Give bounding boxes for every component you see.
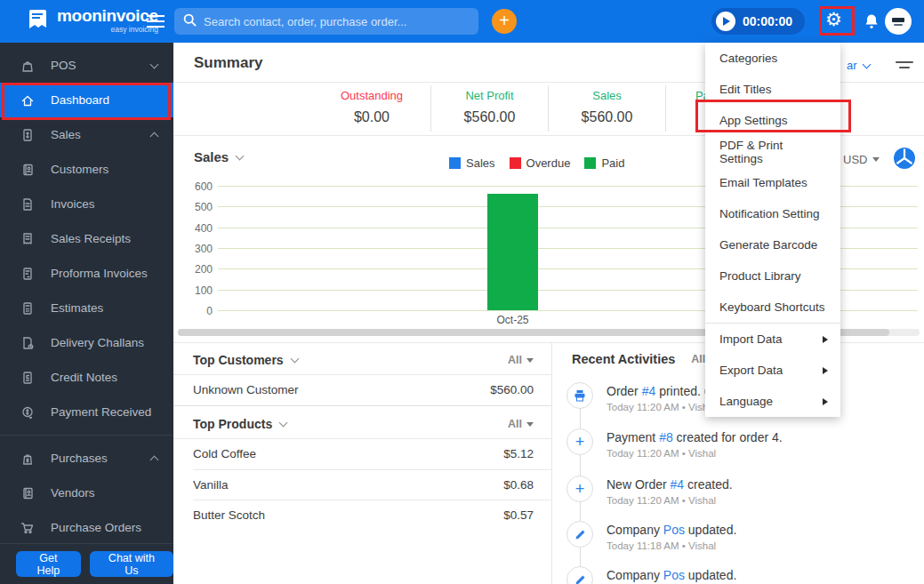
sidebar-item-label: Payment Received bbox=[51, 405, 157, 419]
menu-item-import-data[interactable]: Import Data bbox=[705, 324, 840, 355]
sidebar-item-payment-received[interactable]: Payment Received bbox=[0, 395, 173, 429]
currency-selector[interactable]: USD bbox=[843, 153, 880, 166]
sidebar-item-pos[interactable]: POS bbox=[0, 48, 173, 83]
product-amount: $5.12 bbox=[503, 447, 534, 460]
sidebar-item-label: Vendors bbox=[51, 486, 157, 500]
legend-item-sales: Sales bbox=[449, 156, 495, 170]
activity-link[interactable]: #4 bbox=[671, 477, 685, 492]
sidebar-item-delivery-challans[interactable]: Delivery Challans bbox=[0, 325, 173, 360]
activity-link[interactable]: Pos bbox=[663, 568, 685, 582]
printer-icon bbox=[566, 382, 593, 409]
search-input[interactable] bbox=[204, 15, 470, 28]
top-customers-filter[interactable]: All bbox=[508, 354, 534, 366]
settings-dropdown-menu: Categories Edit Titles App Settings PDF … bbox=[705, 43, 840, 417]
sidebar-item-vendors[interactable]: Vendors bbox=[0, 476, 173, 510]
chevron-down-icon bbox=[236, 151, 245, 160]
sidebar-item-invoices[interactable]: Invoices bbox=[0, 187, 173, 221]
gear-icon[interactable]: ⚙ bbox=[825, 10, 842, 28]
menu-item-generate-barcode[interactable]: Generate Barcode bbox=[705, 229, 840, 260]
sidebar-item-sales-receipts[interactable]: Sales Receipts bbox=[0, 221, 173, 256]
menu-item-label: Email Templates bbox=[719, 176, 807, 189]
sidebar-item-customers[interactable]: Customers bbox=[0, 152, 173, 187]
sidebar-item-sales[interactable]: Sales bbox=[0, 117, 173, 152]
menu-item-notification-setting[interactable]: Notification Setting bbox=[705, 198, 840, 229]
legend-label: Overdue bbox=[526, 156, 571, 170]
activity-item[interactable]: Company Pos updated. Today 11:18 AM • Vi… bbox=[566, 521, 736, 551]
brand-tagline: easy invoicing bbox=[57, 26, 158, 34]
brand-name: mooninvoice bbox=[57, 7, 158, 24]
search-bar[interactable] bbox=[174, 8, 478, 35]
get-help-button[interactable]: Get Help bbox=[16, 551, 81, 577]
sidebar-item-label: Dashboard bbox=[51, 93, 157, 107]
menu-item-export-data[interactable]: Export Data bbox=[705, 355, 840, 386]
sidebar-item-purchase-orders[interactable]: Purchase Orders bbox=[0, 510, 173, 545]
hamburger-menu-icon[interactable] bbox=[147, 15, 165, 28]
divider bbox=[173, 374, 551, 375]
menu-item-email-templates[interactable]: Email Templates bbox=[705, 167, 840, 198]
period-selector[interactable]: ar bbox=[847, 59, 870, 72]
menu-item-pdf-print-settings[interactable]: PDF & Print Settings bbox=[705, 136, 840, 167]
sidebar-item-label: Purchases bbox=[51, 452, 136, 465]
sidebar-item-proforma-invoices[interactable]: Proforma Invoices bbox=[0, 256, 173, 291]
chevron-up-icon bbox=[150, 456, 159, 465]
y-tick-label: 300 bbox=[179, 243, 213, 255]
sidebar-footer: Get Help Chat with Us bbox=[0, 543, 173, 584]
brand[interactable]: mooninvoice easy invoicing bbox=[27, 6, 158, 35]
top-products-filter[interactable]: All bbox=[508, 418, 534, 430]
activity-link[interactable]: Pos bbox=[663, 523, 685, 537]
y-tick-label: 200 bbox=[179, 263, 213, 276]
chat-with-us-button[interactable]: Chat with Us bbox=[90, 551, 173, 577]
chart-title-dropdown[interactable]: Sales bbox=[194, 149, 243, 164]
activity-item[interactable]: New Order #4 created. Today 11:20 AM • V… bbox=[566, 476, 733, 506]
submenu-arrow-icon bbox=[823, 336, 828, 343]
x-tick-label: Oct-25 bbox=[487, 314, 538, 326]
play-icon[interactable] bbox=[716, 12, 735, 31]
sidebar-item-dashboard[interactable]: Dashboard bbox=[0, 83, 173, 117]
add-new-button[interactable]: + bbox=[492, 9, 517, 34]
section-title: Top Products bbox=[193, 417, 272, 431]
sidebar-item-estimates[interactable]: Estimates bbox=[0, 291, 173, 325]
activity-item[interactable]: Company Pos updated. bbox=[566, 566, 736, 584]
section-title: Top Customers bbox=[193, 353, 284, 367]
menu-item-edit-titles[interactable]: Edit Titles bbox=[705, 74, 840, 105]
product-row[interactable]: Vanilla $0.68 bbox=[193, 478, 534, 492]
chevron-down-icon bbox=[150, 60, 159, 68]
sidebar-item-credit-notes[interactable]: Credit Notes bbox=[0, 360, 173, 395]
menu-item-keyboard-shortcuts[interactable]: Keyboard Shortcuts bbox=[705, 292, 840, 323]
customer-row[interactable]: Unknown Customer $560.00 bbox=[193, 383, 534, 396]
pie-chart-icon[interactable] bbox=[893, 147, 916, 173]
activity-text: Order #4 printed. bbox=[607, 382, 716, 398]
activity-link[interactable]: #8 bbox=[659, 430, 673, 444]
customer-name: Unknown Customer bbox=[193, 383, 299, 396]
activity-text: New Order #4 created. bbox=[607, 476, 733, 492]
sidebar-item-label: Estimates bbox=[51, 301, 157, 315]
menu-item-language[interactable]: Language bbox=[705, 386, 840, 417]
activity-item[interactable]: Order #4 printed. Today 11:20 AM • Visha… bbox=[566, 382, 716, 412]
menu-item-label: PDF & Print Settings bbox=[719, 139, 828, 165]
legend-swatch-sales bbox=[449, 157, 461, 169]
menu-item-categories[interactable]: Categories bbox=[705, 43, 840, 74]
product-row[interactable]: Cold Coffee $5.12 bbox=[193, 447, 534, 460]
activity-item[interactable]: Payment #8 created for order 4. Today 11… bbox=[566, 428, 783, 459]
product-row[interactable]: Butter Scotch $0.57 bbox=[193, 508, 534, 522]
chevron-down-icon bbox=[872, 157, 880, 162]
y-tick-label: 100 bbox=[179, 284, 213, 297]
activity-link[interactable]: #4 bbox=[642, 384, 656, 398]
user-avatar[interactable] bbox=[885, 8, 912, 35]
time-tracker[interactable]: 00:00:00 bbox=[711, 8, 805, 35]
menu-item-label: Export Data bbox=[719, 364, 783, 377]
paid-bar[interactable] bbox=[487, 194, 538, 310]
legend-item-paid: Paid bbox=[584, 156, 624, 170]
chevron-down-icon bbox=[862, 60, 871, 68]
menu-item-app-settings[interactable]: App Settings bbox=[705, 105, 840, 136]
menu-item-product-library[interactable]: Product Library bbox=[705, 260, 840, 292]
filter-label: All bbox=[508, 354, 522, 366]
sidebar-item-label: Delivery Challans bbox=[51, 336, 157, 349]
bell-icon[interactable] bbox=[863, 12, 880, 35]
summary-stats: Outstanding $0.00 Net Profit $560.00 Sal… bbox=[313, 85, 754, 132]
sidebar-item-purchases[interactable]: Purchases bbox=[0, 441, 173, 476]
sidebar-item-label: Credit Notes bbox=[51, 371, 157, 384]
filter-icon[interactable] bbox=[895, 59, 914, 75]
chevron-down-icon[interactable] bbox=[279, 419, 288, 428]
chevron-down-icon[interactable] bbox=[290, 355, 299, 364]
